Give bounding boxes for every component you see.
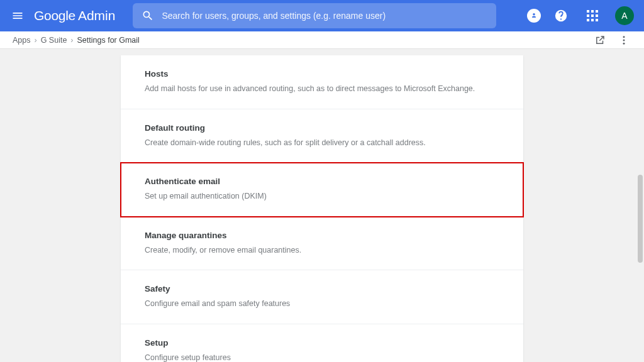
help-icon[interactable]	[552, 7, 570, 25]
more-vert-icon[interactable]	[616, 33, 631, 48]
search-input[interactable]	[162, 11, 487, 21]
row-desc: Set up email authentication (DKIM)	[145, 191, 499, 202]
chevron-right-icon: ›	[70, 36, 73, 45]
app-header: Google Admin A	[0, 0, 644, 31]
row-title: Setup	[145, 338, 499, 348]
svg-point-0	[533, 13, 535, 16]
row-desc: Add mail hosts for use in advanced routi…	[145, 84, 499, 95]
row-title: Safety	[145, 284, 499, 293]
row-desc: Configure email and spam safety features	[145, 299, 499, 310]
row-title: Manage quarantines	[145, 231, 499, 240]
open-external-icon[interactable]	[592, 33, 608, 48]
avatar[interactable]: A	[615, 6, 634, 25]
row-desc: Create domain-wide routing rules, such a…	[145, 138, 499, 149]
settings-row-safety[interactable]: SafetyConfigure email and spam safety fe…	[121, 270, 523, 324]
breadcrumb-current: Settings for Gmail	[77, 36, 140, 45]
settings-row-setup[interactable]: SetupConfigure setup features	[121, 324, 523, 363]
settings-row-manage-quarantines[interactable]: Manage quarantinesCreate, modify, or rem…	[121, 217, 523, 271]
row-desc: Configure setup features	[145, 353, 499, 363]
page-body: HostsAdd mail hosts for use in advanced …	[0, 49, 644, 362]
search-box[interactable]	[133, 3, 496, 28]
scrollbar[interactable]	[638, 175, 643, 263]
logo-text-google: Google	[34, 8, 75, 23]
row-title: Authenticate email	[145, 177, 499, 186]
apps-grid-icon[interactable]	[584, 7, 601, 25]
settings-row-default-routing[interactable]: Default routingCreate domain-wide routin…	[121, 109, 523, 163]
search-icon	[142, 9, 154, 22]
settings-card: HostsAdd mail hosts for use in advanced …	[121, 55, 523, 362]
svg-point-2	[623, 39, 625, 41]
breadcrumb-bar: Apps › G Suite › Settings for Gmail	[0, 31, 644, 49]
row-desc: Create, modify, or remove email quaranti…	[145, 245, 499, 256]
row-title: Hosts	[145, 69, 499, 79]
breadcrumb-apps[interactable]: Apps	[13, 36, 31, 45]
settings-row-authenticate-email[interactable]: Authenticate emailSet up email authentic…	[121, 163, 523, 217]
product-logo[interactable]: Google Admin	[34, 8, 115, 23]
svg-point-1	[623, 36, 625, 38]
row-title: Default routing	[145, 123, 499, 133]
breadcrumb-gsuite[interactable]: G Suite	[41, 36, 67, 45]
settings-row-hosts[interactable]: HostsAdd mail hosts for use in advanced …	[121, 55, 523, 109]
avatar-initial: A	[621, 11, 627, 21]
svg-point-3	[623, 42, 625, 44]
logo-text-admin: Admin	[78, 8, 116, 23]
chevron-right-icon: ›	[35, 36, 37, 45]
account-badge-icon[interactable]	[527, 9, 541, 23]
menu-icon[interactable]	[10, 8, 25, 23]
